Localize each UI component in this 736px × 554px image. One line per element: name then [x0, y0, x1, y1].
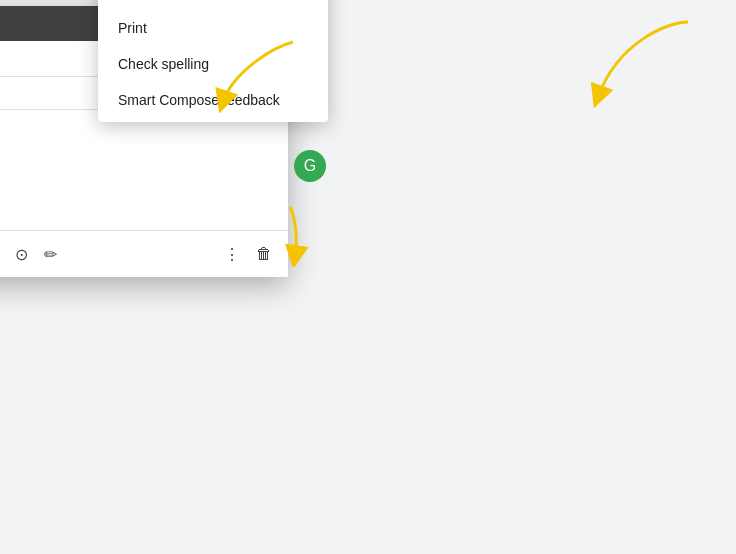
compose-body[interactable]: My first template! Have a nice day :) [0, 110, 288, 230]
annotation-arrow-1 [588, 12, 708, 112]
menu-plain-text[interactable]: Plain text mode [98, 0, 328, 10]
compose-toolbar: Send ▾ A 📎 🔗 😊 △ 🖼 ⊙ ✏ ⋮ 🗑 [0, 230, 288, 277]
body-line2: Have a nice day :) [0, 147, 276, 168]
more-options-dropdown: Default to full screen Templates › Label… [98, 0, 328, 122]
body-line1: My first template! [0, 122, 276, 143]
photo-icon[interactable]: 🖼 [0, 241, 3, 267]
menu-print-label: Print [118, 20, 147, 36]
menu-check-spelling[interactable]: Check spelling [98, 46, 328, 82]
signature-icon[interactable]: ✏ [40, 241, 61, 268]
menu-smart-compose[interactable]: Smart Compose feedback [98, 82, 328, 118]
menu-print[interactable]: Print [98, 10, 328, 46]
menu-smart-compose-label: Smart Compose feedback [118, 92, 280, 108]
meet-badge-icon: G [304, 157, 316, 175]
meet-icon[interactable]: ⊙ [11, 241, 32, 268]
discard-button[interactable]: 🗑 [252, 241, 276, 267]
menu-check-spelling-label: Check spelling [118, 56, 209, 72]
more-options-button[interactable]: ⋮ [220, 241, 244, 268]
meet-badge: G [294, 150, 326, 182]
